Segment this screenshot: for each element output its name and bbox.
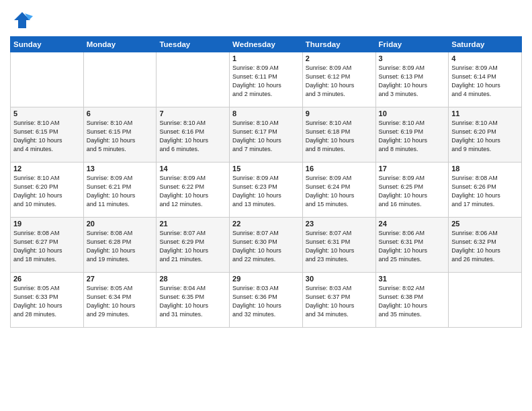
day-info: Sunrise: 8:08 AM Sunset: 6:28 PM Dayligh… [87, 229, 154, 264]
day-number: 23 [306, 220, 373, 228]
calendar-cell: 10Sunrise: 8:10 AM Sunset: 6:19 PM Dayli… [375, 107, 449, 163]
day-info: Sunrise: 8:10 AM Sunset: 6:19 PM Dayligh… [379, 119, 446, 154]
calendar-cell: 2Sunrise: 8:09 AM Sunset: 6:12 PM Daylig… [302, 52, 375, 107]
calendar-cell: 20Sunrise: 8:08 AM Sunset: 6:28 PM Dayli… [83, 218, 157, 273]
calendar-table: SundayMondayTuesdayWednesdayThursdayFrid… [10, 36, 522, 328]
calendar-cell: 15Sunrise: 8:09 AM Sunset: 6:23 PM Dayli… [230, 163, 303, 218]
day-info: Sunrise: 8:05 AM Sunset: 6:33 PM Dayligh… [13, 284, 81, 319]
weekday-header-monday: Monday [83, 37, 157, 52]
day-info: Sunrise: 8:09 AM Sunset: 6:24 PM Dayligh… [306, 174, 373, 209]
day-number: 29 [232, 275, 300, 283]
calendar-cell: 19Sunrise: 8:08 AM Sunset: 6:27 PM Dayli… [11, 218, 84, 273]
calendar-cell: 12Sunrise: 8:10 AM Sunset: 6:20 PM Dayli… [11, 163, 84, 218]
day-info: Sunrise: 8:06 AM Sunset: 6:32 PM Dayligh… [451, 229, 519, 264]
day-info: Sunrise: 8:10 AM Sunset: 6:18 PM Dayligh… [306, 119, 373, 154]
day-info: Sunrise: 8:08 AM Sunset: 6:27 PM Dayligh… [13, 229, 81, 264]
weekday-header-row: SundayMondayTuesdayWednesdayThursdayFrid… [11, 37, 522, 52]
week-row-1: 1Sunrise: 8:09 AM Sunset: 6:11 PM Daylig… [11, 52, 522, 107]
calendar-cell: 1Sunrise: 8:09 AM Sunset: 6:11 PM Daylig… [230, 52, 303, 107]
weekday-header-tuesday: Tuesday [157, 37, 230, 52]
day-info: Sunrise: 8:04 AM Sunset: 6:35 PM Dayligh… [159, 284, 226, 319]
day-number: 24 [379, 220, 446, 228]
logo-text [10, 9, 33, 31]
day-info: Sunrise: 8:10 AM Sunset: 6:16 PM Dayligh… [159, 119, 226, 154]
weekday-header-friday: Friday [375, 37, 449, 52]
calendar-cell: 17Sunrise: 8:09 AM Sunset: 6:25 PM Dayli… [375, 163, 449, 218]
day-info: Sunrise: 8:03 AM Sunset: 6:36 PM Dayligh… [232, 284, 300, 319]
day-number: 1 [232, 54, 300, 62]
day-number: 19 [13, 220, 81, 228]
day-number: 9 [306, 109, 373, 118]
day-info: Sunrise: 8:10 AM Sunset: 6:20 PM Dayligh… [451, 119, 519, 154]
calendar-cell [157, 52, 230, 107]
calendar-cell: 21Sunrise: 8:07 AM Sunset: 6:29 PM Dayli… [157, 218, 230, 273]
day-number: 22 [232, 220, 300, 228]
header [10, 7, 522, 31]
calendar-cell: 26Sunrise: 8:05 AM Sunset: 6:33 PM Dayli… [11, 273, 84, 328]
calendar-cell [449, 273, 522, 328]
day-number: 7 [159, 109, 226, 118]
day-number: 30 [306, 275, 373, 283]
calendar-cell: 31Sunrise: 8:02 AM Sunset: 6:38 PM Dayli… [375, 273, 449, 328]
calendar-cell: 8Sunrise: 8:10 AM Sunset: 6:17 PM Daylig… [230, 107, 303, 163]
day-info: Sunrise: 8:09 AM Sunset: 6:21 PM Dayligh… [87, 174, 154, 209]
day-info: Sunrise: 8:09 AM Sunset: 6:12 PM Dayligh… [306, 64, 373, 99]
day-number: 13 [87, 165, 154, 173]
day-number: 8 [232, 109, 300, 118]
day-info: Sunrise: 8:08 AM Sunset: 6:26 PM Dayligh… [451, 174, 519, 209]
day-number: 11 [451, 109, 519, 118]
day-number: 2 [306, 54, 373, 62]
calendar-cell: 28Sunrise: 8:04 AM Sunset: 6:35 PM Dayli… [157, 273, 230, 328]
calendar-cell: 25Sunrise: 8:06 AM Sunset: 6:32 PM Dayli… [449, 218, 522, 273]
day-number: 25 [451, 220, 519, 228]
weekday-header-saturday: Saturday [449, 37, 522, 52]
calendar-cell: 16Sunrise: 8:09 AM Sunset: 6:24 PM Dayli… [302, 163, 375, 218]
day-info: Sunrise: 8:09 AM Sunset: 6:11 PM Dayligh… [232, 64, 300, 99]
day-number: 14 [159, 165, 226, 173]
day-info: Sunrise: 8:09 AM Sunset: 6:25 PM Dayligh… [379, 174, 446, 209]
week-row-4: 19Sunrise: 8:08 AM Sunset: 6:27 PM Dayli… [11, 218, 522, 273]
logo [10, 9, 33, 31]
day-number: 10 [379, 109, 446, 118]
day-info: Sunrise: 8:10 AM Sunset: 6:15 PM Dayligh… [87, 119, 154, 154]
day-number: 26 [13, 275, 81, 283]
day-number: 3 [379, 54, 446, 62]
day-number: 17 [379, 165, 446, 173]
week-row-2: 5Sunrise: 8:10 AM Sunset: 6:15 PM Daylig… [11, 107, 522, 163]
calendar-cell [11, 52, 84, 107]
calendar-cell: 30Sunrise: 8:03 AM Sunset: 6:37 PM Dayli… [302, 273, 375, 328]
calendar-cell: 4Sunrise: 8:09 AM Sunset: 6:14 PM Daylig… [449, 52, 522, 107]
logo-icon [11, 9, 33, 31]
calendar-cell: 23Sunrise: 8:07 AM Sunset: 6:31 PM Dayli… [302, 218, 375, 273]
day-info: Sunrise: 8:09 AM Sunset: 6:13 PM Dayligh… [379, 64, 446, 99]
page: SundayMondayTuesdayWednesdayThursdayFrid… [0, 0, 532, 411]
day-number: 6 [87, 109, 154, 118]
calendar-cell: 24Sunrise: 8:06 AM Sunset: 6:31 PM Dayli… [375, 218, 449, 273]
day-number: 15 [232, 165, 300, 173]
day-info: Sunrise: 8:10 AM Sunset: 6:20 PM Dayligh… [13, 174, 81, 209]
day-number: 27 [87, 275, 154, 283]
day-info: Sunrise: 8:07 AM Sunset: 6:30 PM Dayligh… [232, 229, 300, 264]
calendar-cell: 22Sunrise: 8:07 AM Sunset: 6:30 PM Dayli… [230, 218, 303, 273]
day-number: 16 [306, 165, 373, 173]
day-number: 20 [87, 220, 154, 228]
day-number: 31 [379, 275, 446, 283]
weekday-header-sunday: Sunday [11, 37, 84, 52]
calendar-cell: 9Sunrise: 8:10 AM Sunset: 6:18 PM Daylig… [302, 107, 375, 163]
week-row-5: 26Sunrise: 8:05 AM Sunset: 6:33 PM Dayli… [11, 273, 522, 328]
day-info: Sunrise: 8:09 AM Sunset: 6:23 PM Dayligh… [232, 174, 300, 209]
day-info: Sunrise: 8:02 AM Sunset: 6:38 PM Dayligh… [379, 284, 446, 319]
calendar-cell: 6Sunrise: 8:10 AM Sunset: 6:15 PM Daylig… [83, 107, 157, 163]
calendar-cell: 13Sunrise: 8:09 AM Sunset: 6:21 PM Dayli… [83, 163, 157, 218]
calendar-cell: 29Sunrise: 8:03 AM Sunset: 6:36 PM Dayli… [230, 273, 303, 328]
calendar-cell [83, 52, 157, 107]
day-number: 12 [13, 165, 81, 173]
day-number: 5 [13, 109, 81, 118]
calendar-cell: 5Sunrise: 8:10 AM Sunset: 6:15 PM Daylig… [11, 107, 84, 163]
calendar-cell: 3Sunrise: 8:09 AM Sunset: 6:13 PM Daylig… [375, 52, 449, 107]
day-number: 18 [451, 165, 519, 173]
day-number: 21 [159, 220, 226, 228]
week-row-3: 12Sunrise: 8:10 AM Sunset: 6:20 PM Dayli… [11, 163, 522, 218]
day-info: Sunrise: 8:07 AM Sunset: 6:29 PM Dayligh… [159, 229, 226, 264]
day-number: 28 [159, 275, 226, 283]
